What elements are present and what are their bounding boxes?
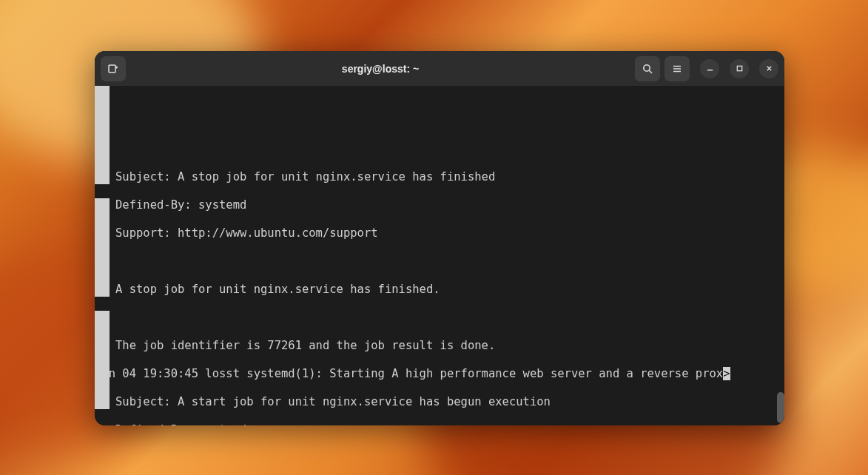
new-tab-icon <box>107 63 119 75</box>
maximize-icon <box>736 64 744 73</box>
svg-point-1 <box>644 64 650 70</box>
terminal-output[interactable]: Subject: A stop job for unit nginx.servi… <box>95 86 784 425</box>
log-line: Subject: A start job for unit nginx.serv… <box>95 395 784 409</box>
log-line <box>95 311 784 325</box>
log-line: Subject: A stop job for unit nginx.servi… <box>95 170 784 184</box>
log-line: Support: http://www.ubuntu.com/support <box>95 226 784 240</box>
minimize-button[interactable] <box>700 59 719 78</box>
truncation-indicator: > <box>723 367 730 380</box>
log-line: Defined-By: systemd <box>95 423 784 425</box>
search-button[interactable] <box>635 56 660 81</box>
new-tab-button[interactable] <box>101 56 126 81</box>
log-line: The job identifier is 77261 and the job … <box>95 339 784 353</box>
close-icon <box>765 64 773 73</box>
svg-rect-2 <box>737 66 741 70</box>
window-title: sergiy@losst: ~ <box>130 63 630 75</box>
scrollbar[interactable] <box>777 86 784 425</box>
titlebar: sergiy@losst: ~ <box>95 51 784 86</box>
log-line: A stop job for unit nginx.service has fi… <box>95 283 784 297</box>
log-line: Defined-By: systemd <box>95 198 784 212</box>
log-line <box>95 255 784 269</box>
scrollbar-thumb[interactable] <box>777 392 784 423</box>
close-button[interactable] <box>759 59 778 78</box>
minimize-icon <box>706 64 714 73</box>
terminal-window: sergiy@losst: ~ Subject: A stop job for … <box>95 51 784 425</box>
hamburger-icon <box>671 63 683 75</box>
menu-button[interactable] <box>665 56 690 81</box>
svg-rect-0 <box>109 65 115 73</box>
search-icon <box>642 63 653 75</box>
maximize-button[interactable] <box>730 59 749 78</box>
log-line: Jan 04 19:30:45 losst systemd(1): Starti… <box>95 367 784 381</box>
